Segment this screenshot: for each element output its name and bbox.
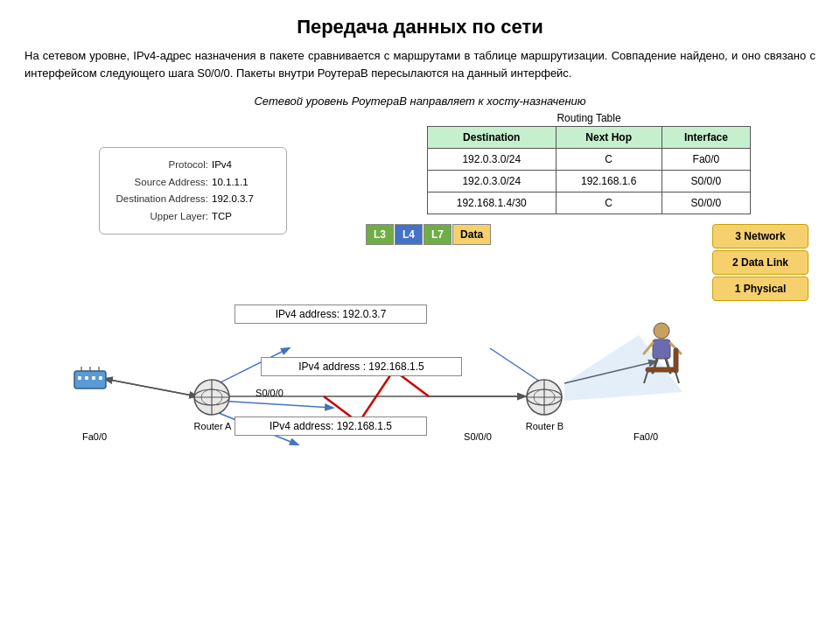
page-title: Передача данных по сети xyxy=(24,16,816,38)
protocol-label: Protocol: xyxy=(112,157,208,174)
cell-iface-2: S0/0/0 xyxy=(662,192,750,214)
addr-bar-3: IPv4 address: 192.168.1.5 xyxy=(234,416,427,436)
router-a-label: Router A xyxy=(186,421,239,431)
svg-rect-29 xyxy=(653,340,670,359)
interface-fa00-left: Fa0/0 xyxy=(73,431,116,442)
svg-line-1 xyxy=(105,379,197,396)
svg-rect-35 xyxy=(674,348,678,373)
routing-table: Destination Next Hop Interface 192.0.3.0… xyxy=(427,126,751,214)
router-a-icon xyxy=(191,376,233,418)
svg-line-36 xyxy=(644,372,648,383)
cell-dest-2: 192.168.1.4/30 xyxy=(428,192,556,214)
layer-3-badge: 3 Network xyxy=(712,224,808,248)
routing-table-title: Routing Table xyxy=(427,112,751,124)
svg-line-37 xyxy=(676,372,679,383)
upper-value: TCP xyxy=(212,208,232,226)
svg-rect-24 xyxy=(99,376,102,380)
subtitle: Сетевой уровень РоутераВ направляет к хо… xyxy=(24,94,816,108)
network-diagram: IPv4 address: 192.0.3.7 IPv4 address : 1… xyxy=(24,296,816,480)
col-header-nexthop: Next Hop xyxy=(556,127,662,149)
interface-s000-routerb: S0/0/0 xyxy=(452,431,504,442)
interface-s000-routera: S0/0/0 xyxy=(243,388,296,398)
pdu-strip: L3 L4 L7 Data xyxy=(366,224,491,245)
svg-rect-21 xyxy=(78,376,81,380)
svg-point-28 xyxy=(654,323,669,339)
cell-dest-1: 192.0.3.0/24 xyxy=(428,171,556,192)
svg-rect-34 xyxy=(646,368,677,372)
description-text: На сетевом уровне, IPv4-адрес назначения… xyxy=(24,47,816,82)
addr-bar-2: IPv4 address : 192.168.1.5 xyxy=(261,357,462,376)
router-b-label: Router B xyxy=(516,421,573,431)
cell-dest-0: 192.0.3.0/24 xyxy=(428,149,556,171)
switch-icon xyxy=(73,364,108,396)
layer-2-badge: 2 Data Link xyxy=(712,250,808,275)
layer-badges: 3 Network 2 Data Link 1 Physical xyxy=(712,224,808,301)
cell-nexthop-0: C xyxy=(556,149,662,171)
page: Передача данных по сети На сетевом уровн… xyxy=(0,0,840,630)
pdu-l4: L4 xyxy=(395,224,423,245)
protocol-value: IPv4 xyxy=(212,157,232,174)
cell-nexthop-1: 192.168.1.6 xyxy=(556,171,662,192)
svg-rect-22 xyxy=(85,376,88,380)
table-row: 192.0.3.0/24 192.168.1.6 S0/0/0 xyxy=(428,171,751,192)
source-label: Source Address: xyxy=(112,174,208,192)
person-icon xyxy=(635,322,688,383)
packet-info-box: Protocol: IPv4 Source Address: 10.1.1.1 … xyxy=(99,147,287,234)
addr-bar-1: IPv4 address: 192.0.3.7 xyxy=(234,304,427,324)
svg-line-0 xyxy=(105,379,197,396)
col-header-interface: Interface xyxy=(662,127,750,149)
col-header-destination: Destination xyxy=(428,127,556,149)
pdu-l7: L7 xyxy=(424,224,452,245)
pdu-l3: L3 xyxy=(366,224,394,245)
dest-label: Destination Address: xyxy=(112,191,208,208)
svg-line-7 xyxy=(219,401,332,408)
table-row: 192.0.3.0/24 C Fa0/0 xyxy=(428,149,751,171)
table-row: 192.168.1.4/30 C S0/0/0 xyxy=(428,192,751,214)
routing-table-container: Routing Table Destination Next Hop Inter… xyxy=(427,112,751,214)
cell-iface-1: S0/0/0 xyxy=(662,171,750,192)
cell-iface-0: Fa0/0 xyxy=(662,149,750,171)
dest-value: 192.0.3.7 xyxy=(212,191,254,208)
svg-rect-23 xyxy=(92,376,95,380)
pdu-data: Data xyxy=(452,224,491,245)
svg-line-31 xyxy=(644,343,653,354)
source-value: 10.1.1.1 xyxy=(212,174,248,192)
cell-nexthop-2: C xyxy=(556,192,662,214)
upper-label: Upper Layer: xyxy=(112,208,208,226)
diagram-area: Сетевой уровень РоутераВ направляет к хо… xyxy=(24,94,816,471)
interface-fa00-right: Fa0/0 xyxy=(624,431,668,442)
router-b-icon xyxy=(523,376,565,418)
